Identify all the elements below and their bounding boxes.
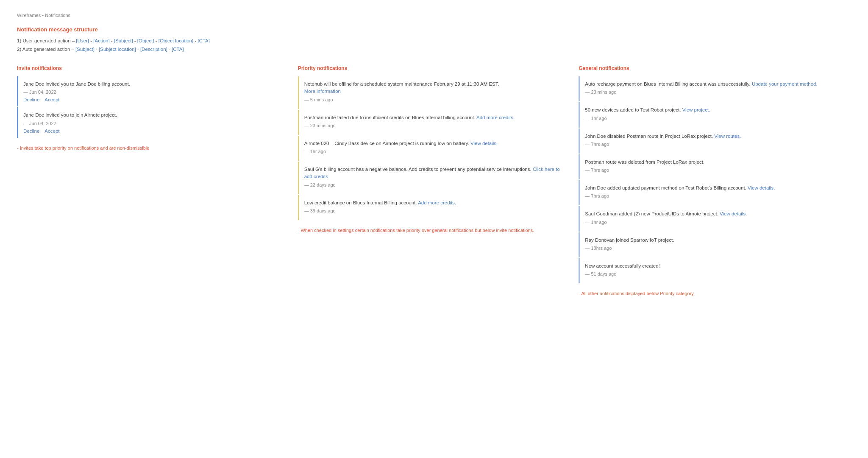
priority-text-1: Notehub will be offline for a scheduled … bbox=[304, 81, 565, 95]
general-text-6: Saul Goodman added (2) new ProductUIDs t… bbox=[585, 210, 846, 218]
priority-time-3: — 1hr ago bbox=[304, 149, 565, 154]
priority-link-5[interactable]: Add more credits. bbox=[418, 200, 456, 205]
invite-1-accept-button[interactable]: Accept bbox=[45, 97, 59, 102]
priority-link-3[interactable]: View details. bbox=[470, 141, 498, 146]
general-notification-5: John Doe added updated payment method on… bbox=[579, 180, 851, 205]
general-time-5: — 7hrs ago bbox=[585, 193, 846, 198]
general-notification-6: Saul Goodman added (2) new ProductUIDs t… bbox=[579, 206, 851, 231]
invite-2-decline-button[interactable]: Decline bbox=[23, 128, 39, 134]
general-link-2[interactable]: View project. bbox=[682, 107, 710, 112]
priority-text-3: Airnote 020 – Cindy Bass device on Airno… bbox=[304, 140, 565, 147]
priority-note: - When checked in settings certain notif… bbox=[298, 227, 570, 234]
priority-time-4: — 22 days ago bbox=[304, 182, 565, 187]
priority-column: Priority notifications Notehub will be o… bbox=[298, 65, 579, 234]
invite-text-1: Jane Doe invited you to Jane Doe billing… bbox=[23, 81, 284, 88]
general-link-1[interactable]: Update your payment method. bbox=[752, 81, 818, 87]
priority-link-1[interactable]: More information bbox=[304, 89, 341, 94]
general-notification-3: John Doe disabled Postman route in Proje… bbox=[579, 128, 851, 154]
invite-notification-list: Jane Doe invited you to Jane Doe billing… bbox=[17, 76, 289, 139]
general-notification-1: Auto recharge payment on Blues Internal … bbox=[579, 76, 851, 101]
general-text-2: 50 new devices added to Test Robot proje… bbox=[585, 106, 846, 114]
priority-notification-2: Postman route failed due to insufficient… bbox=[298, 110, 570, 135]
general-time-1: — 23 mins ago bbox=[585, 89, 846, 95]
invite-time-2: — Jun 04, 2022 bbox=[23, 121, 284, 126]
general-time-6: — 1hr ago bbox=[585, 220, 846, 225]
breadcrumb: Wireframes • Notifications bbox=[17, 13, 851, 18]
invite-text-2: Jane Doe invited you to join Airnote pro… bbox=[23, 112, 284, 119]
columns-container: Invite notifications Jane Doe invited yo… bbox=[17, 65, 851, 297]
general-column-title: General notifications bbox=[579, 65, 851, 71]
general-text-4: Postman route was deleted from Project L… bbox=[585, 159, 846, 166]
priority-text-4: Saul G's billing account has a negative … bbox=[304, 166, 565, 181]
invite-note: - Invites take top priority on notificat… bbox=[17, 145, 289, 152]
priority-notification-5: Low credit balance on Blues Internal Bil… bbox=[298, 195, 570, 220]
general-link-3[interactable]: View routes. bbox=[714, 134, 741, 139]
invite-column: Invite notifications Jane Doe invited yo… bbox=[17, 65, 298, 151]
general-time-2: — 1hr ago bbox=[585, 116, 846, 121]
general-notification-2: 50 new devices added to Test Robot proje… bbox=[579, 102, 851, 127]
general-link-6[interactable]: View details. bbox=[720, 211, 747, 216]
general-time-7: — 18hrs ago bbox=[585, 246, 846, 251]
invite-2-accept-button[interactable]: Accept bbox=[45, 128, 59, 134]
general-text-5: John Doe added updated payment method on… bbox=[585, 184, 846, 192]
priority-time-1: — 5 mins ago bbox=[304, 97, 565, 102]
invite-1-decline-button[interactable]: Decline bbox=[23, 97, 39, 102]
invite-notification-1: Jane Doe invited you to Jane Doe billing… bbox=[17, 76, 289, 106]
general-text-1: Auto recharge payment on Blues Internal … bbox=[585, 81, 846, 88]
general-text-8: New account successfully created! bbox=[585, 263, 846, 270]
priority-time-5: — 39 days ago bbox=[304, 208, 565, 213]
priority-notification-list: Notehub will be offline for a scheduled … bbox=[298, 76, 570, 221]
general-notification-4: Postman route was deleted from Project L… bbox=[579, 154, 851, 179]
invite-actions-1: Decline Accept bbox=[23, 97, 284, 102]
structure-line-2: 2) Auto generated action – [Subject] - [… bbox=[17, 45, 851, 54]
general-note: - All other notifications displayed belo… bbox=[579, 290, 851, 297]
invite-time-1: — Jun 04, 2022 bbox=[23, 89, 284, 95]
priority-time-2: — 23 mins ago bbox=[304, 123, 565, 128]
general-column: General notifications Auto recharge paym… bbox=[579, 65, 851, 297]
priority-link-2[interactable]: Add more credits. bbox=[476, 115, 515, 120]
general-notification-list: Auto recharge payment on Blues Internal … bbox=[579, 76, 851, 284]
general-time-8: — 51 days ago bbox=[585, 271, 846, 276]
priority-notification-4: Saul G's billing account has a negative … bbox=[298, 162, 570, 194]
structure-line-1: 1) User generated action – [User] - [Act… bbox=[17, 37, 851, 45]
invite-actions-2: Decline Accept bbox=[23, 128, 284, 134]
page-header: Notification message structure 1) User g… bbox=[17, 26, 851, 53]
general-notification-8: New account successfully created! — 51 d… bbox=[579, 258, 851, 283]
general-text-3: John Doe disabled Postman route in Proje… bbox=[585, 133, 846, 140]
invite-column-title: Invite notifications bbox=[17, 65, 289, 71]
general-link-5[interactable]: View details. bbox=[748, 185, 775, 190]
priority-notification-3: Airnote 020 – Cindy Bass device on Airno… bbox=[298, 136, 570, 161]
general-text-7: Ray Donovan joined Sparrow IoT project. bbox=[585, 237, 846, 244]
page-title: Notification message structure bbox=[17, 26, 851, 33]
invite-notification-2: Jane Doe invited you to join Airnote pro… bbox=[17, 107, 289, 137]
general-time-3: — 7hrs ago bbox=[585, 142, 846, 147]
general-notification-7: Ray Donovan joined Sparrow IoT project. … bbox=[579, 232, 851, 257]
general-time-4: — 7hrs ago bbox=[585, 168, 846, 173]
priority-text-5: Low credit balance on Blues Internal Bil… bbox=[304, 199, 565, 207]
message-structure: 1) User generated action – [User] - [Act… bbox=[17, 37, 851, 53]
priority-column-title: Priority notifications bbox=[298, 65, 570, 71]
priority-notification-1: Notehub will be offline for a scheduled … bbox=[298, 76, 570, 109]
priority-text-2: Postman route failed due to insufficient… bbox=[304, 114, 565, 121]
